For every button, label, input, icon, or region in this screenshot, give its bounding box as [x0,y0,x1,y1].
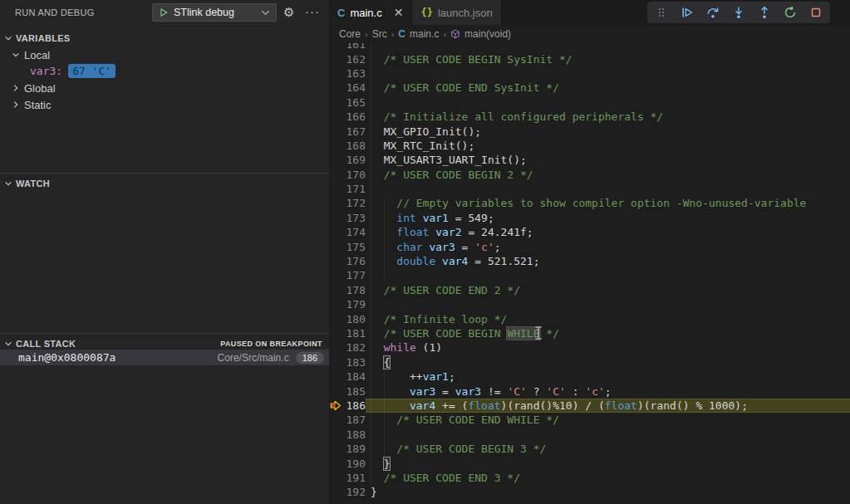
line-content[interactable]: /* Initialize all configured peripherals… [366,110,850,124]
gutter-glyph-margin[interactable] [329,471,342,485]
tab-launch-json[interactable]: {} launch.json [412,0,501,25]
line-content[interactable]: /* USER CODE BEGIN 3 */ [366,442,850,456]
gutter-glyph-margin[interactable] [329,139,342,153]
code-line[interactable]: 186 var4 += (float)(rand()%10) / (float)… [329,399,850,413]
variables-scope-global[interactable]: Global [0,81,329,95]
gutter-glyph-margin[interactable] [329,81,342,95]
line-number[interactable]: 175 [342,241,366,253]
line-number[interactable]: 180 [342,313,366,325]
gutter-glyph-margin[interactable] [329,51,342,66]
line-content[interactable]: int var1 = 549; [366,211,850,225]
line-content[interactable] [366,95,850,110]
gutter-glyph-margin[interactable] [329,110,342,124]
line-number[interactable]: 167 [342,125,366,138]
gutter-glyph-margin[interactable] [329,196,342,210]
line-content[interactable] [366,297,850,311]
gutter-glyph-margin[interactable] [329,297,342,311]
line-number[interactable]: 170 [342,169,366,181]
gutter-glyph-margin[interactable] [329,239,342,253]
section-watch[interactable]: WATCH [0,175,329,191]
gutter-glyph-margin[interactable] [329,326,342,340]
gutter-glyph-margin[interactable] [329,182,342,196]
line-content[interactable]: var3 = var3 != 'C' ? 'C' : 'c'; [366,384,850,398]
debug-step-out-icon[interactable] [757,5,772,20]
line-content[interactable]: while (1) [366,340,850,355]
line-number[interactable]: 166 [342,110,366,123]
line-number[interactable]: 191 [342,472,366,484]
gutter-glyph-margin[interactable] [329,254,342,268]
code-line[interactable]: 183 { [329,355,850,369]
code-line[interactable]: 167 MX_GPIO_Init(); [329,124,850,138]
line-content[interactable]: MX_USART3_UART_Init(); [366,153,850,167]
line-number[interactable]: 173 [342,212,366,224]
code-line[interactable]: 171 [329,182,850,196]
callstack-frame-row[interactable]: main@0x0800087a Core/Src/main.c 186 [0,350,329,365]
line-number[interactable]: 174 [342,226,366,238]
ellipsis-icon[interactable]: ··· [305,3,320,20]
gutter-glyph-margin[interactable] [329,355,342,369]
line-number[interactable]: 181 [342,327,366,340]
line-number[interactable]: 169 [342,154,366,166]
gutter-glyph-margin[interactable] [329,225,342,239]
gutter-glyph-margin[interactable] [329,268,342,282]
code-line[interactable]: 169 MX_USART3_UART_Init(); [329,153,850,167]
gutter-glyph-margin[interactable] [329,485,342,499]
line-number[interactable]: 163 [342,67,366,80]
line-number[interactable]: 162 [342,53,366,66]
variables-scope-static[interactable]: Static [0,97,329,112]
line-number[interactable]: 182 [342,341,366,354]
line-content[interactable]: double var4 = 521.521; [366,254,850,268]
line-content[interactable]: var4 += (float)(rand()%10) / (float)(ran… [366,399,850,413]
line-content[interactable] [366,182,850,196]
close-icon[interactable]: ✕ [394,6,404,19]
line-content[interactable]: /* USER CODE END WHILE */ [366,413,850,427]
code-line[interactable]: 173 int var1 = 549; [329,211,850,225]
line-number[interactable]: 177 [342,269,366,281]
line-content[interactable] [366,66,850,81]
code-line[interactable]: 191 /* USER CODE END 3 */ [329,471,850,485]
code-line[interactable]: 163 [329,66,850,81]
gutter-glyph-margin[interactable] [329,456,342,470]
code-line[interactable]: 189 /* USER CODE BEGIN 3 */ [329,442,850,456]
tab-main-c[interactable]: C main.c ✕ [329,0,412,25]
line-content[interactable]: } [366,485,850,499]
gutter-glyph-margin[interactable] [329,369,342,384]
code-line[interactable]: 184 ++var1; [329,369,850,384]
line-number[interactable]: 171 [342,183,366,195]
debug-step-into-icon[interactable] [731,5,746,20]
variables-scope-local[interactable]: Local [0,47,329,62]
line-content[interactable] [366,268,850,282]
line-content[interactable]: /* USER CODE END 3 */ [366,471,850,485]
breadcrumb-item[interactable]: Core [339,28,361,40]
line-content[interactable]: /* USER CODE END SysInit */ [366,81,850,95]
debug-config-dropdown[interactable]: STlink debug [152,3,277,22]
debug-restart-icon[interactable] [783,5,798,20]
breadcrumb-item[interactable]: Src [372,28,387,40]
code-line[interactable]: 182 while (1) [329,340,850,355]
code-line[interactable]: 188 [329,428,850,442]
line-content[interactable]: /* USER CODE BEGIN WHILE */ [366,326,850,340]
gutter-glyph-margin[interactable] [329,384,342,398]
code-editor[interactable]: Core › Src › C main.c › main(void) 16116… [329,25,850,504]
line-content[interactable]: float var2 = 24.241f; [366,225,850,239]
section-variables[interactable]: VARIABLES [0,30,329,46]
code-line[interactable]: 181 /* USER CODE BEGIN WHILE */ [329,326,850,340]
debug-continue-icon[interactable] [680,5,695,20]
code-line[interactable]: 175 char var3 = 'c'; [329,239,850,253]
code-line[interactable]: 165 [329,95,850,110]
code-line[interactable]: 190 } [329,456,850,470]
code-line[interactable]: 172 // Empty variables to show compiler … [329,196,850,210]
line-number[interactable]: 192 [342,486,366,498]
line-number[interactable]: 185 [342,385,366,398]
code-line[interactable]: 177 [329,268,850,282]
line-number[interactable]: 178 [342,284,366,296]
line-number[interactable]: 184 [342,370,366,383]
line-number[interactable]: 187 [342,413,366,426]
line-content[interactable]: MX_RTC_Init(); [366,139,850,153]
line-content[interactable]: MX_GPIO_Init(); [366,124,850,138]
line-number[interactable]: 186 [342,399,366,412]
gutter-glyph-margin[interactable] [329,413,342,427]
line-content[interactable]: ++var1; [366,369,850,384]
gutter-glyph-margin[interactable] [329,153,342,167]
gutter-glyph-margin[interactable] [329,66,342,81]
